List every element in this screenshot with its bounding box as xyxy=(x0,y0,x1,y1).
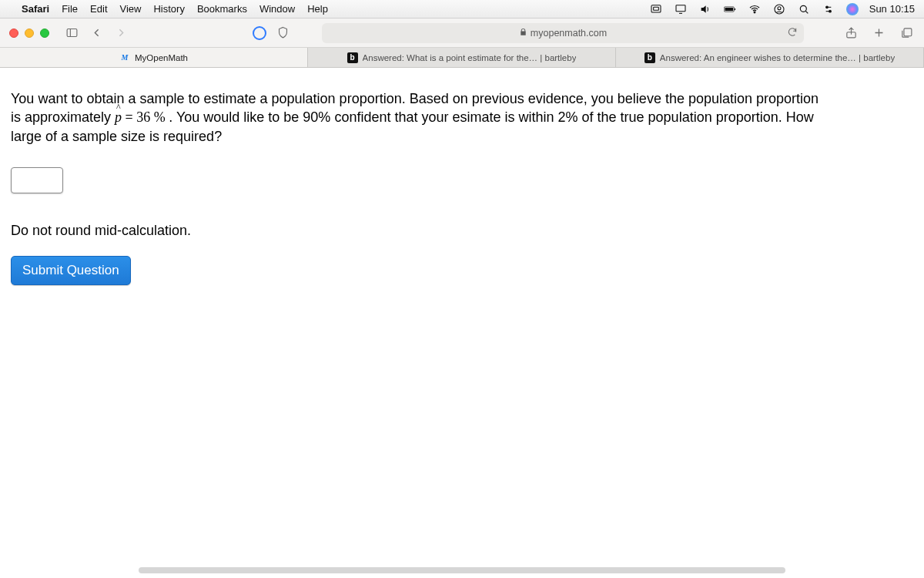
svg-rect-12 xyxy=(67,29,77,37)
privacy-shield-icon[interactable] xyxy=(253,26,266,40)
spotlight-icon[interactable] xyxy=(797,2,811,16)
new-tab-icon[interactable] xyxy=(870,25,887,42)
control-center-icon[interactable] xyxy=(822,2,835,16)
svg-point-8 xyxy=(778,6,781,9)
svg-rect-1 xyxy=(653,7,658,10)
macos-menubar: Safari File Edit View History Bookmarks … xyxy=(0,0,924,18)
tab-label: Answered: An engineer wishes to determin… xyxy=(660,53,895,62)
page-content: You want to obtain a sample to estimate … xyxy=(0,68,924,301)
answer-input[interactable] xyxy=(11,167,63,193)
svg-rect-14 xyxy=(903,29,911,36)
browser-toolbar: myopenmath.com xyxy=(0,18,924,48)
svg-point-11 xyxy=(829,10,831,12)
instruction-note: Do not round mid-calculation. xyxy=(11,223,913,239)
wifi-icon[interactable] xyxy=(748,2,762,16)
submit-question-button[interactable]: Submit Question xyxy=(11,256,131,285)
p-hat-symbol: p xyxy=(115,109,122,125)
sidebar-toggle-icon[interactable] xyxy=(63,25,80,42)
question-text: You want to obtain a sample to estimate … xyxy=(11,89,827,146)
address-bar[interactable]: myopenmath.com xyxy=(322,23,804,43)
window-controls xyxy=(9,29,49,38)
fullscreen-window-button[interactable] xyxy=(40,29,49,38)
svg-rect-5 xyxy=(735,8,735,9)
user-icon[interactable] xyxy=(772,2,786,16)
forward-button xyxy=(112,25,129,42)
svg-point-9 xyxy=(800,5,806,12)
favicon-bartleby-icon: b xyxy=(644,52,655,63)
lock-icon xyxy=(519,28,527,39)
svg-point-10 xyxy=(825,6,828,8)
stage-manager-icon[interactable] xyxy=(649,2,663,16)
menu-bookmarks[interactable]: Bookmarks xyxy=(197,3,247,15)
reload-icon[interactable] xyxy=(787,26,798,39)
display-icon[interactable] xyxy=(674,2,688,16)
tab-label: MyOpenMath xyxy=(135,53,188,62)
share-icon[interactable] xyxy=(842,25,859,42)
close-window-button[interactable] xyxy=(9,29,18,38)
favicon-bartleby-icon: b xyxy=(347,52,358,63)
favicon-myopenmath-icon: M xyxy=(119,52,130,63)
tab-overview-icon[interactable] xyxy=(898,25,915,42)
menu-file[interactable]: File xyxy=(62,3,78,15)
horizontal-scrollbar[interactable] xyxy=(139,567,785,573)
tab-myopenmath[interactable]: M MyOpenMath xyxy=(0,48,308,67)
tab-bartleby-2[interactable]: b Answered: An engineer wishes to determ… xyxy=(616,48,924,67)
minimize-window-button[interactable] xyxy=(25,29,34,38)
menu-window[interactable]: Window xyxy=(259,3,295,15)
menu-help[interactable]: Help xyxy=(307,3,328,15)
svg-rect-2 xyxy=(676,5,685,11)
tab-bartleby-1[interactable]: b Answered: What is a point estimate for… xyxy=(308,48,616,67)
battery-icon[interactable] xyxy=(723,2,737,16)
menubar-clock[interactable]: Sun 10:15 xyxy=(869,3,915,15)
menu-view[interactable]: View xyxy=(120,3,142,15)
back-button[interactable] xyxy=(88,25,105,42)
svg-rect-4 xyxy=(725,8,733,11)
svg-rect-0 xyxy=(651,5,661,12)
address-bar-text: myopenmath.com xyxy=(531,28,607,39)
tab-label: Answered: What is a point estimate for t… xyxy=(363,53,577,62)
tracking-shield-icon[interactable] xyxy=(274,25,291,42)
tab-strip: M MyOpenMath b Answered: What is a point… xyxy=(0,48,924,68)
menu-history[interactable]: History xyxy=(153,3,184,15)
volume-icon[interactable] xyxy=(698,2,712,16)
svg-point-6 xyxy=(754,12,755,13)
siri-icon[interactable] xyxy=(846,3,859,15)
menu-edit[interactable]: Edit xyxy=(90,3,107,15)
menubar-app-name[interactable]: Safari xyxy=(22,3,49,15)
